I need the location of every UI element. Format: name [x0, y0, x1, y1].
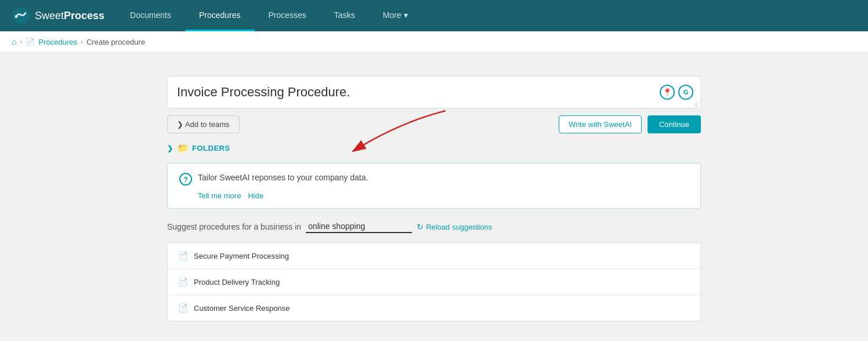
breadcrumb-procedures-link[interactable]: Procedures	[38, 38, 77, 46]
continue-button[interactable]: Continue	[648, 115, 701, 133]
suggest-input-wrapper	[306, 220, 412, 233]
svg-point-0	[13, 8, 30, 24]
navbar: SweetProcess Documents Procedures Proces…	[0, 0, 868, 31]
suggestion-list: 📄 Secure Payment Processing 📄 Product De…	[167, 242, 701, 321]
sweetai-info-box: ? Tailor SweetAI reponses to your compan…	[167, 163, 701, 209]
nav-more[interactable]: More ▾	[369, 0, 422, 31]
svg-point-1	[15, 15, 18, 18]
brand-logo-icon	[12, 6, 30, 25]
resize-handle[interactable]: ⊿	[693, 101, 699, 107]
brand-name: SweetProcess	[35, 10, 104, 22]
doc-icon-1: 📄	[178, 277, 188, 286]
nav-links: Documents Procedures Processes Tasks Mor…	[116, 0, 421, 31]
sweetai-info-top: ? Tailor SweetAI reponses to your compan…	[179, 173, 689, 186]
sweetai-info-links: Tell me more Hide	[179, 191, 689, 200]
suggestion-label-0: Secure Payment Processing	[194, 252, 289, 260]
right-actions: Write with SweetAI Continue	[559, 115, 701, 133]
reload-icon: ↻	[417, 222, 424, 231]
reload-suggestions-button[interactable]: ↻ Reload suggestions	[417, 222, 492, 231]
suggestion-item-0[interactable]: 📄 Secure Payment Processing	[168, 243, 700, 269]
suggestion-label-1: Product Delivery Tracking	[194, 278, 280, 286]
add-to-teams-button[interactable]: ❯ Add to teams	[167, 115, 240, 133]
hide-link[interactable]: Hide	[248, 191, 263, 200]
suggest-row: Suggest procedures for a business in ↻ R…	[167, 220, 701, 233]
nav-documents[interactable]: Documents	[116, 0, 185, 31]
title-input[interactable]	[168, 77, 653, 108]
form-container: 📍 G ⊿ ❯ Add to teams Write with SweetAI …	[167, 76, 701, 321]
grammarly-icon-btn[interactable]: G	[678, 85, 693, 100]
doc-icon-2: 📄	[178, 303, 188, 313]
suggestion-label-2: Customer Service Response	[194, 304, 290, 313]
title-row: 📍 G ⊿	[167, 76, 701, 108]
suggestion-item-2[interactable]: 📄 Customer Service Response	[168, 295, 700, 321]
chevron-down-icon: ▾	[404, 10, 408, 20]
tell-me-more-link[interactable]: Tell me more	[198, 191, 241, 200]
folder-icon: 📁	[177, 143, 189, 154]
breadcrumb: ⌂ › 📄 Procedures › Create procedure	[0, 31, 868, 53]
write-with-sweetai-button[interactable]: Write with SweetAI	[559, 115, 642, 133]
sweetai-info-text: Tailor SweetAI reponses to your company …	[198, 173, 368, 182]
breadcrumb-icon-procedures: 📄	[26, 38, 35, 46]
breadcrumb-sep-2: ›	[81, 38, 83, 46]
brand: SweetProcess	[0, 6, 116, 25]
doc-icon-0: 📄	[178, 251, 188, 260]
folders-label: FOLDERS	[192, 144, 230, 153]
breadcrumb-current: Create procedure	[86, 38, 145, 46]
nav-procedures[interactable]: Procedures	[185, 0, 255, 31]
suggest-input[interactable]	[306, 220, 412, 233]
home-icon[interactable]: ⌂	[12, 37, 16, 46]
nav-processes[interactable]: Processes	[255, 0, 320, 31]
suggest-prefix-text: Suggest procedures for a business in	[167, 222, 301, 231]
pin-icon-btn[interactable]: 📍	[660, 85, 675, 100]
suggestion-item-1[interactable]: 📄 Product Delivery Tracking	[168, 269, 700, 295]
breadcrumb-sep-1: ›	[20, 38, 22, 46]
nav-tasks[interactable]: Tasks	[320, 0, 369, 31]
info-icon: ?	[179, 173, 192, 186]
chevron-right-icon: ❯	[167, 144, 173, 153]
action-row: ❯ Add to teams Write with SweetAI Contin…	[167, 115, 701, 133]
folders-row[interactable]: ❯ 📁 FOLDERS	[167, 143, 701, 154]
main-content: 📍 G ⊿ ❯ Add to teams Write with SweetAI …	[0, 53, 868, 333]
